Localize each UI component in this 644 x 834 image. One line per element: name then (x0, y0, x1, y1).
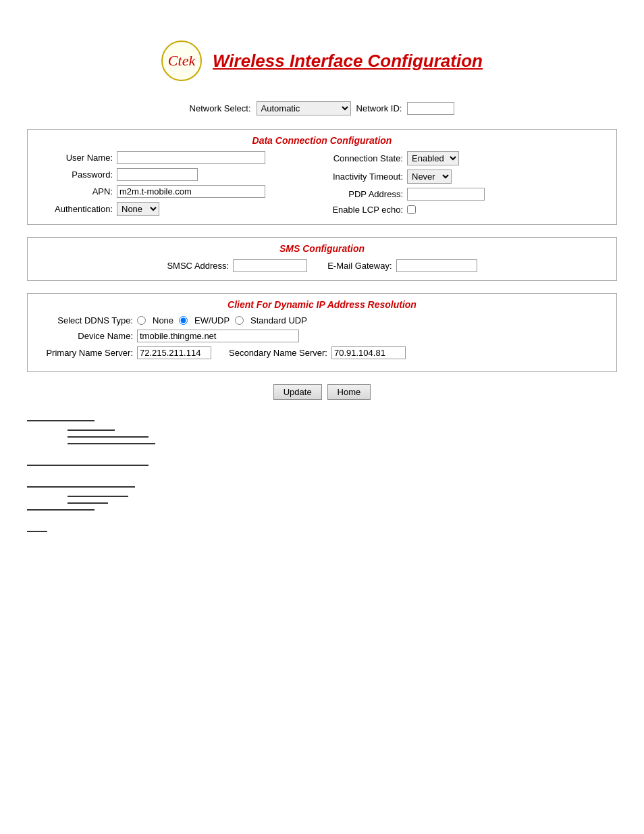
sub-underline-2 (68, 436, 149, 438)
ddns-config-section: Client For Dynamic IP Address Resolution… (27, 293, 617, 372)
underline-2 (27, 465, 149, 466)
ddns-standard-label: Standard UDP (250, 315, 307, 325)
ddns-ewudp-radio[interactable] (179, 316, 188, 325)
enable-lcp-checkbox[interactable] (407, 205, 416, 214)
user-name-label: User Name: (38, 153, 113, 163)
decorative-block-1 (27, 420, 617, 444)
ddns-standard-radio[interactable] (235, 316, 244, 325)
sub-underline-4 (68, 496, 128, 497)
decorative-block-2 (27, 465, 617, 466)
network-id-input[interactable] (407, 102, 454, 115)
underline-4 (27, 509, 95, 511)
device-name-input[interactable] (137, 330, 299, 342)
authentication-label: Authentication: (38, 204, 113, 214)
data-connection-title: Data Connection Configuration (38, 135, 606, 146)
inactivity-timeout-label: Inactivity Timeout: (329, 172, 403, 182)
sms-config-title: SMS Configuration (38, 243, 606, 254)
page-header: Ctek Wireless Interface Configuration (27, 41, 617, 81)
inactivity-timeout-select[interactable]: Never 5 min 10 min 30 min (407, 170, 452, 184)
ddns-none-radio[interactable] (137, 316, 146, 325)
password-input[interactable] (117, 168, 198, 181)
smsc-address-label: SMSC Address: (167, 261, 229, 271)
ddns-ewudp-label: EW/UDP (194, 315, 230, 325)
apn-input[interactable] (117, 185, 265, 198)
ddns-config-title: Client For Dynamic IP Address Resolution (38, 299, 606, 310)
underline-5 (27, 531, 47, 532)
authentication-select[interactable]: None PAP CHAP (117, 202, 159, 216)
underline-3 (27, 486, 135, 488)
ddns-none-label: None (153, 315, 173, 325)
password-label: Password: (38, 170, 113, 180)
primary-ns-input[interactable] (137, 346, 211, 359)
decorative-block-4 (27, 531, 617, 532)
sms-config-section: SMS Configuration SMSC Address: E-Mail G… (27, 237, 617, 281)
page-title: Wireless Interface Configuration (213, 51, 483, 72)
email-gateway-label: E-Mail Gateway: (327, 261, 392, 271)
network-select-row: Network Select: Automatic Manual Network… (27, 101, 617, 115)
data-connection-section: Data Connection Configuration User Name:… (27, 129, 617, 225)
pdp-address-input[interactable] (407, 188, 485, 201)
logo: Ctek (161, 41, 202, 81)
secondary-ns-input[interactable] (331, 346, 406, 359)
email-gateway-input[interactable] (396, 259, 477, 272)
pdp-address-label: PDP Address: (329, 189, 403, 199)
primary-ns-label: Primary Name Server: (38, 348, 133, 358)
user-name-input[interactable] (117, 151, 265, 164)
apn-label: APN: (38, 186, 113, 197)
sub-underline-5 (68, 502, 108, 504)
sub-underline-3 (68, 443, 155, 444)
update-button[interactable]: Update (273, 384, 322, 400)
device-name-label: Device Name: (38, 331, 133, 341)
form-buttons: Update Home (27, 384, 617, 400)
home-button[interactable]: Home (327, 384, 371, 400)
sub-underline-1 (68, 429, 115, 431)
underline-1 (27, 420, 95, 421)
network-select-label: Network Select: (190, 103, 251, 113)
enable-lcp-label: Enable LCP echo: (329, 205, 403, 215)
network-id-label: Network ID: (356, 103, 402, 113)
connection-state-label: Connection State: (329, 153, 403, 163)
network-select-dropdown[interactable]: Automatic Manual (257, 101, 351, 115)
select-ddns-label: Select DDNS Type: (38, 315, 133, 325)
logo-text: Ctek (168, 52, 195, 70)
secondary-ns-label: Secondary Name Server: (229, 348, 327, 358)
connection-state-select[interactable]: Enabled Disabled (407, 151, 459, 165)
ddns-radio-group: None EW/UDP Standard UDP (137, 315, 307, 325)
smsc-address-input[interactable] (233, 259, 307, 272)
decorative-block-3 (27, 486, 617, 511)
